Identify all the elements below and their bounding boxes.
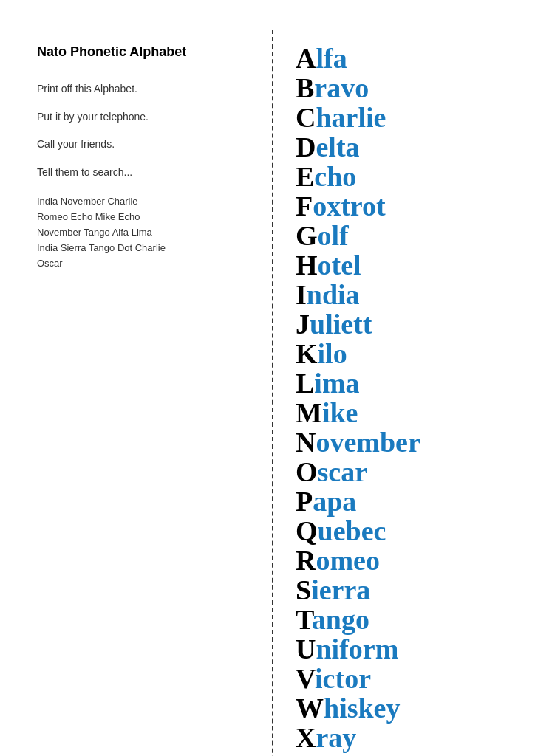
alphabet-item: Uniform [296,635,520,663]
instructions: Print off this Alphabet. Put it by your … [37,82,251,179]
alphabet-first-letter: W [296,693,324,724]
instruction-3: Call your friends. [37,137,251,152]
search-text: India November Charlie Romeo Echo Mike E… [37,194,251,271]
alphabet-rest: lfa [316,43,347,74]
alphabet-first-letter: G [296,220,318,251]
alphabet-rest: ike [322,397,358,428]
search-line-5: Oscar [37,258,63,269]
search-line-4: India Sierra Tango Dot Charlie [37,242,166,253]
alphabet-rest: apa [313,486,356,517]
alphabet-rest: ovember [316,427,420,458]
alphabet-first-letter: Y [296,752,313,756]
alphabet-first-letter: I [296,279,307,310]
alphabet-item: Kilo [296,340,520,368]
alphabet-item: Whiskey [296,694,520,722]
alphabet-item: Xray [296,724,520,752]
alphabet-rest: niform [316,633,398,664]
alphabet-first-letter: S [296,574,311,605]
alphabet-item: Bravo [296,74,520,102]
alphabet-first-letter: X [296,722,316,753]
page-title: Nato Phonetic Alphabet [37,44,251,60]
alphabet-item: India [296,281,520,309]
alphabet-rest: ima [314,368,359,399]
alphabet-item: Charlie [296,103,520,131]
alphabet-item: Tango [296,605,520,633]
alphabet-list: AlfaBravoCharlieDeltaEchoFoxtrotGolfHote… [296,44,520,756]
alphabet-rest: ilo [318,338,347,369]
instruction-2: Put it by your telephone. [37,110,251,125]
alphabet-item: Golf [296,221,520,250]
alphabet-rest: omeo [316,545,380,576]
alphabet-first-letter: A [296,43,316,74]
alphabet-rest: cho [314,161,356,192]
instruction-4: Tell them to search... [37,165,251,180]
alphabet-rest: olf [318,220,349,251]
right-panel: AlfaBravoCharlieDeltaEchoFoxtrotGolfHote… [273,30,535,756]
alphabet-first-letter: F [296,190,313,221]
alphabet-rest: ankee [313,752,383,756]
dashed-divider [272,30,273,756]
alphabet-item: Mike [296,399,520,427]
alphabet-rest: ango [312,604,369,635]
search-line-2: Romeo Echo Mike Echo [37,211,140,222]
alphabet-item: Hotel [296,251,520,279]
alphabet-rest: otel [318,250,361,281]
left-panel: Nato Phonetic Alphabet Print off this Al… [0,30,273,756]
instruction-1: Print off this Alphabet. [37,82,251,97]
alphabet-first-letter: C [296,102,316,133]
alphabet-rest: scar [318,456,368,487]
alphabet-item: Papa [296,487,520,515]
alphabet-item: Lima [296,369,520,397]
alphabet-first-letter: P [296,486,313,517]
alphabet-rest: elta [316,131,359,162]
alphabet-item: Romeo [296,546,520,574]
alphabet-item: Alfa [296,44,520,72]
alphabet-item: Sierra [296,576,520,604]
alphabet-item: Foxtrot [296,192,520,220]
alphabet-item: Victor [296,664,520,693]
alphabet-first-letter: L [296,368,314,399]
alphabet-first-letter: D [296,131,316,162]
alphabet-rest: ravo [314,72,369,103]
alphabet-rest: ierra [311,574,370,605]
alphabet-item: November [296,428,520,456]
page-container: Nato Phonetic Alphabet Print off this Al… [0,0,535,756]
alphabet-first-letter: U [296,633,316,664]
alphabet-item: Echo [296,162,520,190]
alphabet-first-letter: Q [296,515,318,546]
alphabet-first-letter: T [296,604,312,635]
alphabet-first-letter: H [296,250,318,281]
alphabet-item: Oscar [296,458,520,486]
alphabet-item: Juliett [296,310,520,338]
alphabet-first-letter: B [296,72,314,103]
alphabet-item: Delta [296,133,520,161]
alphabet-rest: ray [316,722,356,753]
alphabet-first-letter: O [296,456,318,487]
alphabet-first-letter: N [296,427,316,458]
alphabet-rest: hiskey [324,693,400,724]
alphabet-rest: uliett [310,309,372,340]
alphabet-rest: uebec [318,515,386,546]
alphabet-first-letter: E [296,161,314,192]
alphabet-first-letter: V [296,663,315,694]
alphabet-item: Quebec [296,517,520,545]
search-line-3: November Tango Alfa Lima [37,227,152,238]
alphabet-rest: oxtrot [313,190,386,221]
alphabet-first-letter: M [296,397,322,428]
alphabet-first-letter: J [296,309,310,340]
alphabet-rest: ictor [315,663,371,694]
alphabet-first-letter: K [296,338,318,369]
search-line-1: India November Charlie [37,196,138,207]
alphabet-rest: ndia [307,279,360,310]
alphabet-rest: harlie [316,102,386,133]
alphabet-first-letter: R [296,545,316,576]
alphabet-item: Yankee [296,753,520,756]
